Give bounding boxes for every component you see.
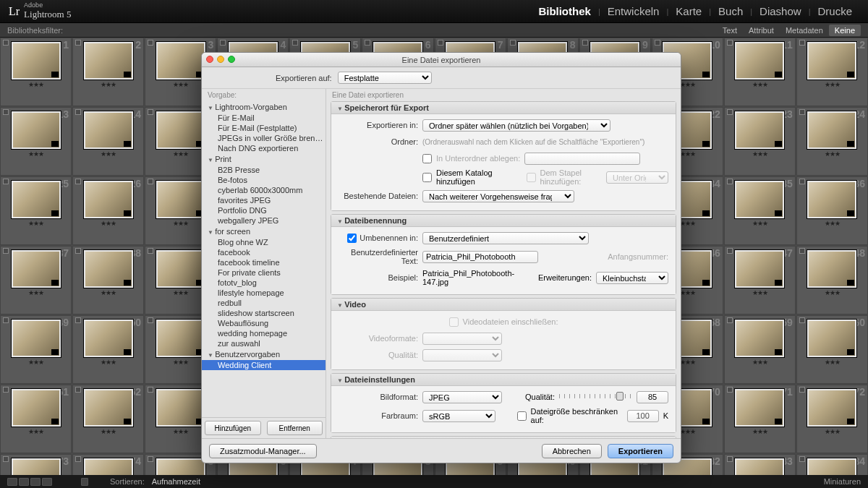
thumbnail-cell[interactable]: 73★★★ xyxy=(0,454,72,475)
rating-stars[interactable]: ★★★ xyxy=(28,81,43,88)
thumbnail-image[interactable] xyxy=(807,389,856,427)
pick-flag-icon[interactable] xyxy=(75,179,81,184)
thumbnail-image[interactable] xyxy=(807,250,856,288)
thumbnail-cell[interactable]: 59★★★ xyxy=(724,315,796,384)
pick-flag-icon[interactable] xyxy=(3,109,9,115)
thumbnail-cell[interactable]: 47★★★ xyxy=(724,246,796,314)
thumbnail-image[interactable] xyxy=(156,181,205,218)
section-file-header[interactable]: Dateieinstellungen xyxy=(331,374,676,386)
pick-flag-icon[interactable] xyxy=(75,456,81,462)
rating-stars[interactable]: ★★★ xyxy=(680,428,695,435)
pick-flag-icon[interactable] xyxy=(799,179,805,184)
thumbnail-image[interactable] xyxy=(807,458,856,475)
thumbnail-image[interactable] xyxy=(84,389,133,427)
rating-stars[interactable]: ★★★ xyxy=(101,81,116,88)
thumbnail-image[interactable] xyxy=(156,42,205,80)
thumbnail-image[interactable] xyxy=(84,111,133,149)
thumbnail-cell[interactable]: 12★★★ xyxy=(796,38,868,106)
window-controls[interactable] xyxy=(206,56,235,63)
thumbnail-cell[interactable]: 23★★★ xyxy=(724,107,796,176)
thumbnail-image[interactable] xyxy=(84,320,133,357)
thumbnail-image[interactable] xyxy=(12,42,61,80)
pick-flag-icon[interactable] xyxy=(655,40,660,46)
thumbnail-image[interactable] xyxy=(12,458,61,475)
rating-stars[interactable]: ★★★ xyxy=(28,359,43,366)
preset-item[interactable]: lifestyle homepage xyxy=(202,288,326,298)
rating-stars[interactable]: ★★★ xyxy=(101,428,116,435)
pick-flag-icon[interactable] xyxy=(727,456,733,462)
module-tab-buch[interactable]: Buch xyxy=(711,5,750,17)
pick-flag-icon[interactable] xyxy=(727,40,733,46)
view-mode-icons[interactable] xyxy=(7,478,52,486)
preset-item[interactable]: Wedding Client xyxy=(202,360,326,370)
preset-item[interactable]: zur auswahl xyxy=(202,338,326,348)
rating-stars[interactable]: ★★★ xyxy=(28,150,43,158)
thumbnail-cell[interactable]: 71★★★ xyxy=(724,385,796,453)
pick-flag-icon[interactable] xyxy=(727,179,733,184)
pick-flag-icon[interactable] xyxy=(148,248,153,254)
pick-flag-icon[interactable] xyxy=(438,40,443,46)
colorspace-select[interactable]: sRGB xyxy=(422,410,495,422)
thumbnail-cell[interactable]: 48★★★ xyxy=(796,246,868,314)
pick-flag-icon[interactable] xyxy=(292,40,298,46)
rating-stars[interactable]: ★★★ xyxy=(752,359,767,366)
pick-flag-icon[interactable] xyxy=(727,317,733,323)
rating-stars[interactable]: ★★★ xyxy=(752,81,767,88)
pick-flag-icon[interactable] xyxy=(510,40,516,46)
existing-select[interactable]: Nach weiterer Vorgehensweise fragen xyxy=(422,190,574,202)
preset-group[interactable]: Print xyxy=(202,153,326,165)
loupe-view-icon[interactable] xyxy=(19,478,29,486)
pick-flag-icon[interactable] xyxy=(148,456,153,462)
quality-slider[interactable] xyxy=(559,392,632,402)
pick-flag-icon[interactable] xyxy=(75,317,81,323)
rating-stars[interactable]: ★★★ xyxy=(825,150,840,158)
rating-stars[interactable]: ★★★ xyxy=(101,220,116,227)
pick-flag-icon[interactable] xyxy=(75,109,81,115)
pick-flag-icon[interactable] xyxy=(148,179,153,184)
grid-view-icon[interactable] xyxy=(7,478,17,486)
thumbnail-image[interactable] xyxy=(156,111,205,149)
preset-item[interactable]: facebook timeline xyxy=(202,257,326,267)
rating-stars[interactable]: ★★★ xyxy=(680,81,695,88)
pick-flag-icon[interactable] xyxy=(3,248,9,254)
thumbnail-cell[interactable]: 35★★★ xyxy=(724,176,796,245)
rating-stars[interactable]: ★★★ xyxy=(173,220,188,227)
rating-stars[interactable]: ★★★ xyxy=(101,359,116,366)
thumbnail-cell[interactable]: 37★★★ xyxy=(0,246,72,314)
thumbnail-cell[interactable]: 72★★★ xyxy=(796,385,868,453)
rating-stars[interactable]: ★★★ xyxy=(752,428,767,435)
rating-stars[interactable]: ★★★ xyxy=(825,81,840,88)
pick-flag-icon[interactable] xyxy=(799,456,805,462)
thumbnail-image[interactable] xyxy=(84,181,133,218)
preset-item[interactable]: redbull xyxy=(202,298,326,308)
rating-stars[interactable]: ★★★ xyxy=(28,289,43,296)
preset-item[interactable]: Für E-Mail (Festplatte) xyxy=(202,123,326,133)
rating-stars[interactable]: ★★★ xyxy=(752,220,767,227)
filter-tab-keine[interactable]: Keine xyxy=(829,25,861,36)
subfolder-checkbox[interactable] xyxy=(422,154,432,163)
thumbnail-image[interactable] xyxy=(735,389,784,427)
preset-item[interactable]: Für E-Mail xyxy=(202,113,326,123)
dialog-titlebar[interactable]: Eine Datei exportieren xyxy=(202,53,681,67)
rating-stars[interactable]: ★★★ xyxy=(173,359,188,366)
preset-item[interactable]: Portfolio DNG xyxy=(202,205,326,215)
module-tab-entwickeln[interactable]: Entwickeln xyxy=(600,5,667,17)
rating-stars[interactable]: ★★★ xyxy=(173,150,188,158)
thumbnail-cell[interactable]: 60★★★ xyxy=(796,315,868,384)
thumbnail-cell[interactable]: 83★★★ xyxy=(724,454,796,475)
export-button[interactable]: Exportieren xyxy=(608,444,673,458)
painter-icon[interactable] xyxy=(81,478,88,486)
preset-item[interactable]: Blog ohne WZ xyxy=(202,237,326,247)
thumbnail-cell[interactable]: 50★★★ xyxy=(72,315,144,384)
rating-stars[interactable]: ★★★ xyxy=(680,220,695,227)
thumbnail-cell[interactable]: 11★★★ xyxy=(724,38,796,106)
export-to-select[interactable]: Festplatte xyxy=(338,72,432,84)
thumbnail-image[interactable] xyxy=(807,111,856,149)
survey-view-icon[interactable] xyxy=(42,478,52,486)
thumbnail-image[interactable] xyxy=(12,181,61,218)
rating-stars[interactable]: ★★★ xyxy=(173,428,188,435)
pick-flag-icon[interactable] xyxy=(799,109,805,115)
preset-group[interactable]: for screen xyxy=(202,226,326,237)
filter-tab-attribut[interactable]: Attribut xyxy=(743,25,780,36)
minimize-icon[interactable] xyxy=(217,56,224,63)
